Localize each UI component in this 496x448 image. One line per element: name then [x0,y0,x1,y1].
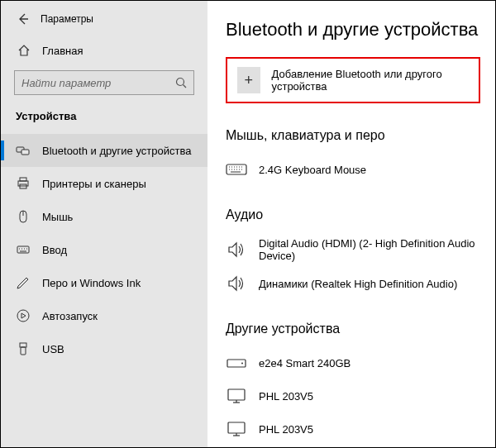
svg-rect-5 [20,178,26,181]
device-label: Динамики (Realtek High Definition Audio) [259,278,457,290]
settings-window: Параметры Главная Устройства Bluetooth и… [1,1,495,447]
speaker-icon [226,241,247,259]
svg-rect-9 [17,246,29,253]
autoplay-icon [16,308,31,323]
svg-rect-3 [21,150,29,155]
add-device-button[interactable]: + Добавление Bluetooth или другого устро… [231,62,475,98]
sidebar-item-typing[interactable]: Ввод [1,233,207,266]
bluetooth-devices-icon [16,143,31,158]
back-arrow-icon [17,13,29,25]
printer-icon [16,176,31,191]
svg-line-1 [184,85,187,88]
sidebar-item-label: Перо и Windows Ink [42,277,141,289]
svg-point-33 [241,363,243,365]
section-header: Другие устройства [226,322,480,336]
svg-point-15 [17,310,29,322]
svg-rect-34 [228,389,245,400]
section-mouse-keyboard: Мышь, клавиатура и перо 2.4G Keyboard Mo… [226,128,480,186]
svg-rect-17 [21,347,26,355]
search-box[interactable] [14,70,194,95]
sidebar-item-pen[interactable]: Перо и Windows Ink [1,266,207,299]
pen-icon [16,275,31,290]
sidebar-item-label: USB [42,343,64,355]
sidebar-item-printers[interactable]: Принтеры и сканеры [1,167,207,200]
speaker-icon [226,274,247,293]
device-label: 2.4G Keyboard Mouse [259,164,366,176]
sidebar-item-label: Ввод [42,244,67,256]
sidebar-item-label: Мышь [42,211,73,223]
home-button[interactable]: Главная [1,34,207,67]
device-row[interactable]: PHL 203V5 [226,412,480,446]
usb-icon [16,341,31,356]
app-title: Параметры [41,13,93,25]
sidebar-item-mouse[interactable]: Мышь [1,200,207,233]
sidebar-item-label: Автозапуск [42,310,98,322]
device-label: PHL 203V5 [259,390,313,403]
sidebar-item-label: Принтеры и сканеры [42,178,146,190]
sidebar-item-label: Bluetooth и другие устройства [42,145,191,157]
monitor-icon [226,387,247,405]
home-label: Главная [42,45,83,57]
sidebar-item-bluetooth[interactable]: Bluetooth и другие устройства [1,134,207,167]
svg-point-0 [177,79,184,86]
section-header: Аудио [226,207,480,222]
title-bar: Параметры [1,9,207,34]
section-other-devices: Другие устройства e2e4 Smart 240GB PHL 2… [226,322,480,446]
svg-rect-16 [20,343,26,347]
content-pane: Bluetooth и другие устройства + Добавлен… [207,1,495,447]
device-row[interactable]: e2e4 Smart 240GB [226,346,480,379]
search-icon [175,77,187,88]
svg-rect-37 [228,422,245,433]
search-input[interactable] [21,77,175,89]
sidebar-nav: Bluetooth и другие устройства Принтеры и… [1,134,207,365]
drive-icon [226,354,247,372]
device-row[interactable]: 2.4G Keyboard Mouse [226,153,480,186]
page-title: Bluetooth и другие устройства [226,19,480,41]
keyboard-icon [16,242,31,257]
sidebar-item-usb[interactable]: USB [1,332,207,365]
device-label: Digital Audio (HDMI) (2- High Definition… [259,237,480,262]
device-row[interactable]: Digital Audio (HDMI) (2- High Definition… [226,232,480,267]
device-row[interactable]: Динамики (Realtek High Definition Audio) [226,267,480,300]
monitor-icon [226,420,247,438]
sidebar: Параметры Главная Устройства Bluetooth и… [1,1,207,447]
home-icon [17,44,31,57]
mouse-icon [16,209,31,224]
sidebar-section-title: Устройства [1,105,207,131]
device-row[interactable]: PHL 203V5 [226,379,480,412]
add-device-label: Добавление Bluetooth или другого устройс… [272,68,469,93]
device-label: e2e4 Smart 240GB [259,357,351,369]
add-device-highlight: + Добавление Bluetooth или другого устро… [226,57,480,103]
section-audio: Аудио Digital Audio (HDMI) (2- High Defi… [226,207,480,300]
sidebar-item-autoplay[interactable]: Автозапуск [1,299,207,332]
device-label: PHL 203V5 [259,423,313,436]
back-button[interactable] [17,13,29,25]
plus-icon: + [237,67,260,93]
section-header: Мышь, клавиатура и перо [226,128,480,143]
keyboard-device-icon [226,160,247,179]
